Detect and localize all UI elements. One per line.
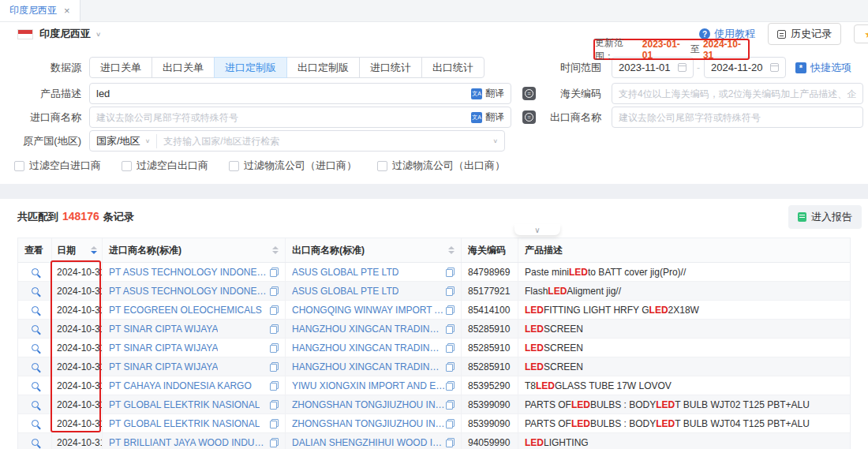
view-detail-icon[interactable] bbox=[32, 287, 39, 294]
date-end-field[interactable] bbox=[704, 57, 786, 78]
exporter-link[interactable]: ASUS GLOBAL PTE LTD bbox=[292, 286, 398, 297]
exporter-input[interactable] bbox=[619, 111, 856, 123]
product-description: LED FITTING LIGHT HRFY G LED 2X18W bbox=[518, 301, 850, 319]
importer-link[interactable]: PT ECOGREEN OLEOCHEMICALS bbox=[109, 305, 262, 316]
exporter-link[interactable]: YIWU XIONGXIN IMPORT AND EXPORT... bbox=[292, 380, 446, 391]
favorite-button[interactable]: ★ bbox=[854, 24, 868, 43]
product-input[interactable] bbox=[96, 88, 471, 99]
sort-icon-importer[interactable] bbox=[272, 246, 279, 254]
translate-button[interactable]: 文A 翻译 bbox=[471, 110, 504, 124]
collapse-filter-handle[interactable]: ∨ bbox=[514, 224, 560, 235]
tab-import-stats[interactable]: 进口统计 bbox=[359, 57, 422, 78]
checkbox-filter-blank-importer[interactable]: 过滤空白进口商 bbox=[14, 159, 101, 173]
importer-link[interactable]: PT GLOBAL ELEKTRIK NASIONAL bbox=[109, 418, 260, 429]
exporter-link[interactable]: HANGZHOU XINGCAN TRADING CO LTD bbox=[292, 324, 446, 335]
copy-icon[interactable] bbox=[270, 381, 279, 390]
copy-icon[interactable] bbox=[446, 400, 455, 409]
tab-export-custom-edition[interactable]: 出口定制版 bbox=[286, 57, 360, 78]
tab-import-customs[interactable]: 进口关单 bbox=[89, 57, 152, 78]
chevron-down-icon: ∨ bbox=[534, 226, 540, 234]
date-start-input[interactable] bbox=[619, 62, 678, 73]
view-detail-icon[interactable] bbox=[32, 268, 39, 275]
checkbox-icon[interactable] bbox=[14, 161, 24, 171]
exporter-link[interactable]: ASUS GLOBAL PTE LTD bbox=[292, 267, 398, 278]
exporter-link[interactable]: ZHONGSHAN TONGJIUZHOU INTERNA... bbox=[292, 399, 446, 410]
tab-export-stats[interactable]: 出口统计 bbox=[421, 57, 485, 78]
copy-icon[interactable] bbox=[446, 305, 455, 314]
header-exporter[interactable]: 出口商名称(标准) bbox=[286, 238, 462, 262]
copy-icon[interactable] bbox=[270, 268, 279, 276]
origin-type-select[interactable]: 国家/地区 ∨ bbox=[96, 134, 157, 148]
checkbox-icon[interactable] bbox=[377, 161, 387, 171]
copy-icon[interactable] bbox=[270, 286, 279, 295]
copy-icon[interactable] bbox=[270, 343, 279, 352]
origin-field[interactable]: 国家/地区 ∨ ∨ bbox=[89, 130, 505, 152]
checkbox-filter-blank-exporter[interactable]: 过滤空白出口商 bbox=[122, 159, 208, 173]
copy-icon[interactable] bbox=[446, 438, 455, 447]
copy-icon[interactable] bbox=[446, 286, 455, 295]
header-importer[interactable]: 进口商名称(标准) bbox=[103, 238, 286, 262]
tab-import-custom-edition[interactable]: 进口定制版 bbox=[214, 57, 287, 78]
exporter-link[interactable]: HANGZHOU XINGCAN TRADING CO LTD bbox=[292, 342, 446, 354]
enter-report-button[interactable]: 进入报告 bbox=[788, 205, 862, 229]
view-detail-icon[interactable] bbox=[32, 325, 39, 332]
view-detail-icon[interactable] bbox=[32, 420, 39, 427]
tutorial-link[interactable]: ? 使用教程 bbox=[699, 27, 755, 41]
hscode-field[interactable] bbox=[612, 83, 863, 104]
history-button[interactable]: 历史记录 bbox=[768, 23, 841, 45]
checkbox-filter-logistics-exporter[interactable]: 过滤物流公司（出口商） bbox=[377, 159, 505, 173]
importer-link[interactable]: PT ASUS TECHNOLOGY INDONESIA BA... bbox=[109, 286, 270, 297]
checkbox-icon[interactable] bbox=[229, 161, 239, 171]
copy-icon[interactable] bbox=[446, 419, 455, 428]
copy-icon[interactable] bbox=[446, 381, 455, 390]
row-hscode: 85285910 bbox=[462, 320, 518, 338]
copy-icon[interactable] bbox=[270, 438, 279, 447]
results-panel: 共匹配到 148176 条记录 进入报告 查看 日期 进口商名称(标准) 出口商… bbox=[0, 199, 868, 449]
close-icon[interactable]: × bbox=[64, 5, 70, 17]
copy-icon[interactable] bbox=[270, 305, 279, 314]
importer-link[interactable]: PT SINAR CIPTA WIJAYA bbox=[109, 342, 218, 354]
copy-icon[interactable] bbox=[446, 324, 455, 333]
date-end-input[interactable] bbox=[711, 62, 770, 73]
view-detail-icon[interactable] bbox=[32, 344, 39, 351]
exporter-link[interactable]: DALIAN SHENGZHIHUI WOOD INDUST... bbox=[292, 437, 446, 448]
tab-export-customs[interactable]: 出口关单 bbox=[152, 57, 215, 78]
exporter-link[interactable]: ZHONGSHAN TONGJIUZHOU INTERNA... bbox=[292, 418, 446, 429]
copy-icon[interactable] bbox=[270, 324, 279, 333]
view-detail-icon[interactable] bbox=[32, 382, 39, 389]
copy-icon[interactable] bbox=[446, 362, 455, 371]
copy-icon[interactable] bbox=[446, 268, 455, 276]
chevron-down-icon[interactable]: ∨ bbox=[95, 31, 101, 38]
exporter-field[interactable] bbox=[612, 107, 863, 128]
importer-link[interactable]: PT ASUS TECHNOLOGY INDONESIA BA... bbox=[109, 267, 270, 278]
checkbox-icon[interactable] bbox=[122, 161, 132, 171]
tab-indonesia[interactable]: 印度尼西亚 × bbox=[0, 0, 80, 21]
origin-search-input[interactable] bbox=[163, 135, 492, 147]
view-detail-icon[interactable] bbox=[32, 363, 39, 370]
checkbox-filter-logistics-importer[interactable]: 过滤物流公司（进口商） bbox=[229, 159, 357, 173]
importer-link[interactable]: PT GLOBAL ELEKTRIK NASIONAL bbox=[109, 399, 260, 410]
importer-link[interactable]: PT BRILLIANT JAYA WOOD INDUSTRY bbox=[109, 437, 270, 448]
importer-field[interactable]: 文A 翻译 bbox=[89, 107, 511, 128]
translate-button[interactable]: 文A 翻译 bbox=[471, 87, 504, 100]
view-detail-icon[interactable] bbox=[32, 401, 39, 408]
importer-input[interactable] bbox=[96, 111, 471, 123]
importer-link[interactable]: PT CAHAYA INDONESIA KARGO bbox=[109, 380, 252, 391]
copy-icon[interactable] bbox=[270, 419, 279, 428]
view-detail-icon[interactable] bbox=[32, 439, 39, 446]
product-field[interactable]: 文A 翻译 bbox=[89, 83, 511, 104]
copy-icon[interactable] bbox=[446, 343, 455, 352]
hscode-input[interactable] bbox=[619, 88, 856, 99]
importer-link[interactable]: PT SINAR CIPTA WIJAYA bbox=[109, 361, 218, 372]
exporter-link[interactable]: CHONGQING WINWAY IMPORT AND E... bbox=[292, 305, 446, 316]
header-date[interactable]: 日期 bbox=[52, 238, 103, 262]
exporter-link[interactable]: HANGZHOU XINGCAN TRADING CO LTD bbox=[292, 361, 446, 372]
date-start-field[interactable] bbox=[612, 57, 694, 78]
copy-icon[interactable] bbox=[270, 362, 279, 371]
view-detail-icon[interactable] bbox=[32, 306, 39, 313]
quick-options-link[interactable]: * 快捷选项 bbox=[795, 61, 851, 75]
importer-link[interactable]: PT SINAR CIPTA WIJAYA bbox=[109, 324, 218, 335]
copy-icon[interactable] bbox=[270, 400, 279, 409]
sort-icon-exporter[interactable] bbox=[448, 246, 455, 254]
sort-icon-date[interactable] bbox=[91, 246, 97, 254]
